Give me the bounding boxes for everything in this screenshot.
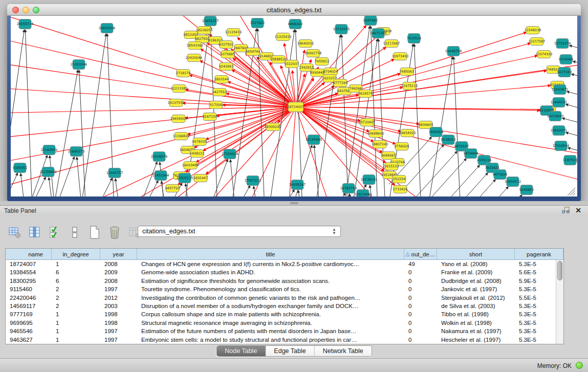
network-window-titlebar[interactable]: citations_edges.txt: [7, 4, 581, 16]
graph-node[interactable]: 12942757: [106, 168, 123, 178]
graph-node[interactable]: 9578335: [192, 138, 207, 146]
graph-node[interactable]: 9329966: [559, 55, 573, 64]
graph-node[interactable]: 16782759: [340, 184, 357, 193]
graph-node[interactable]: 7955812: [315, 58, 329, 65]
graph-node[interactable]: 8454749: [246, 48, 260, 56]
select-all-button[interactable]: [47, 225, 62, 240]
graph-node[interactable]: 1187533: [563, 156, 577, 165]
graph-node[interactable]: 9375685: [221, 51, 235, 58]
graph-node[interactable]: 10973493: [392, 53, 409, 60]
graph-node[interactable]: 12125419: [225, 29, 242, 36]
create-table-button[interactable]: [87, 225, 102, 240]
graph-node[interactable]: 17957222: [245, 176, 262, 186]
graph-node[interactable]: 20206576: [151, 152, 168, 162]
graph-node[interactable]: 6466160: [288, 19, 302, 29]
graph-node[interactable]: 18226053: [196, 27, 213, 34]
graph-node[interactable]: 12093872: [552, 85, 569, 95]
graph-node[interactable]: 10654112: [505, 177, 521, 187]
table-row[interactable]: 969969511998Structural magnetic resonanc…: [6, 319, 563, 327]
table-row[interactable]: 911546021997Tourette syndrome. Phenomeno…: [6, 285, 563, 293]
graph-node[interactable]: 12505135: [177, 173, 193, 183]
tab-network-table[interactable]: Network Table: [315, 346, 372, 356]
table-row[interactable]: 946554611997Estimation of the future num…: [6, 327, 563, 335]
graph-node[interactable]: 15751074: [554, 39, 571, 49]
column-header-title[interactable]: title: [137, 249, 404, 259]
graph-node[interactable]: 22420046: [186, 54, 203, 62]
column-header-year[interactable]: year: [100, 249, 137, 259]
graph-node[interactable]: 9327502: [219, 41, 233, 49]
graph-node[interactable]: 1498222: [190, 150, 204, 158]
graph-node[interactable]: 19654923: [399, 129, 416, 137]
graph-node[interactable]: 12974393: [536, 51, 553, 58]
graph-node[interactable]: 2803144: [214, 76, 229, 83]
graph-node[interactable]: 16210643: [547, 112, 564, 121]
graph-node[interactable]: 16961758: [305, 50, 322, 57]
graph-node[interactable]: 3624574: [358, 90, 373, 98]
delete-table-button[interactable]: [107, 225, 122, 240]
graph-node[interactable]: 9242843: [219, 63, 233, 71]
graph-node[interactable]: 15145485: [306, 135, 322, 145]
graph-node[interactable]: 19654905: [170, 115, 187, 123]
graph-node[interactable]: 11166829: [173, 133, 190, 140]
close-panel-icon[interactable]: ✕: [574, 207, 583, 215]
graph-node[interactable]: 12213967: [383, 40, 400, 48]
graph-node[interactable]: 20691406: [99, 24, 116, 33]
graph-node[interactable]: 1691447: [193, 174, 208, 182]
show-columns-button[interactable]: [27, 225, 42, 240]
graph-node[interactable]: 9474444: [464, 149, 478, 159]
scrollbar-thumb[interactable]: [557, 261, 562, 280]
table-row[interactable]: 1830029562008Estimation of significance …: [6, 277, 563, 285]
network-canvas[interactable]: 9812954182260539827500185433628186323932…: [11, 16, 577, 196]
graph-node[interactable]: 16107553: [168, 99, 185, 107]
graph-node[interactable]: 24055724: [17, 19, 34, 29]
clear-selection-button[interactable]: [67, 225, 82, 240]
graph-node[interactable]: 14136141: [361, 175, 378, 185]
graph-node[interactable]: 14671355: [370, 29, 387, 38]
graph-node[interactable]: 11325419: [275, 33, 292, 41]
graph-node[interactable]: 10688609: [367, 130, 384, 138]
graph-node[interactable]: 11451944: [153, 171, 169, 181]
resize-grip[interactable]: [568, 188, 575, 195]
column-header-pagerank[interactable]: pagerank: [515, 249, 563, 259]
graph-node[interactable]: 17359924: [222, 149, 238, 159]
float-panel-icon[interactable]: [561, 207, 571, 215]
graph-node[interactable]: 12923446: [355, 190, 372, 197]
graph-node[interactable]: 9245652: [519, 185, 534, 195]
graph-node[interactable]: 25160659: [41, 145, 58, 155]
table-row[interactable]: 977716911998Corpus callosum shape and si…: [6, 310, 563, 318]
graph-node[interactable]: 1615132: [384, 163, 399, 170]
graph-hub-node[interactable]: 18724007: [288, 102, 304, 112]
tab-node-table[interactable]: Node Table: [216, 346, 266, 356]
graph-node[interactable]: 252254: [393, 176, 406, 183]
graph-node[interactable]: 12975115: [401, 82, 418, 90]
graph-node[interactable]: 9457791: [165, 185, 180, 192]
graph-node[interactable]: 8267150: [203, 113, 217, 121]
graph-node[interactable]: 10655257: [202, 16, 219, 26]
graph-node[interactable]: 10719155: [333, 25, 350, 34]
citation-network-graph[interactable]: 9812954182260539827500185433628186323932…: [11, 16, 577, 196]
splitter-handle[interactable]: [290, 202, 298, 204]
graph-node[interactable]: 1640954: [429, 127, 443, 137]
graph-node[interactable]: 6471626: [493, 170, 507, 180]
graph-node[interactable]: 7515526: [407, 34, 421, 43]
column-header-short[interactable]: short: [437, 249, 515, 259]
graph-node[interactable]: 15720407: [359, 119, 376, 126]
graph-node[interactable]: 18543362: [187, 42, 204, 50]
graph-node[interactable]: 16093489: [182, 162, 199, 169]
graph-node[interactable]: 17016504: [553, 141, 570, 151]
table-row[interactable]: 2242004622012Investigating the contribut…: [6, 294, 563, 302]
graph-node[interactable]: 15692971: [551, 126, 568, 136]
graph-node[interactable]: 12213383: [171, 85, 188, 93]
graph-node[interactable]: 21660373: [68, 147, 85, 157]
graph-node[interactable]: 11548038: [525, 27, 541, 34]
graph-node[interactable]: 917006: [209, 101, 223, 109]
graph-node[interactable]: 18807243: [372, 141, 388, 148]
table-row[interactable]: 1872400712008Changes of HCN gene express…: [6, 260, 563, 268]
panel-splitter[interactable]: [0, 201, 588, 205]
graph-node[interactable]: 21053346: [71, 60, 88, 70]
tab-edge-table[interactable]: Edge Table: [266, 346, 314, 356]
graph-node[interactable]: 18640910: [297, 40, 314, 48]
column-header-out_de[interactable]: △out_de…: [404, 249, 437, 259]
table-row[interactable]: 946362711997Embryonic stem cells: a mode…: [6, 336, 563, 344]
graph-node[interactable]: 16648784: [445, 47, 462, 56]
